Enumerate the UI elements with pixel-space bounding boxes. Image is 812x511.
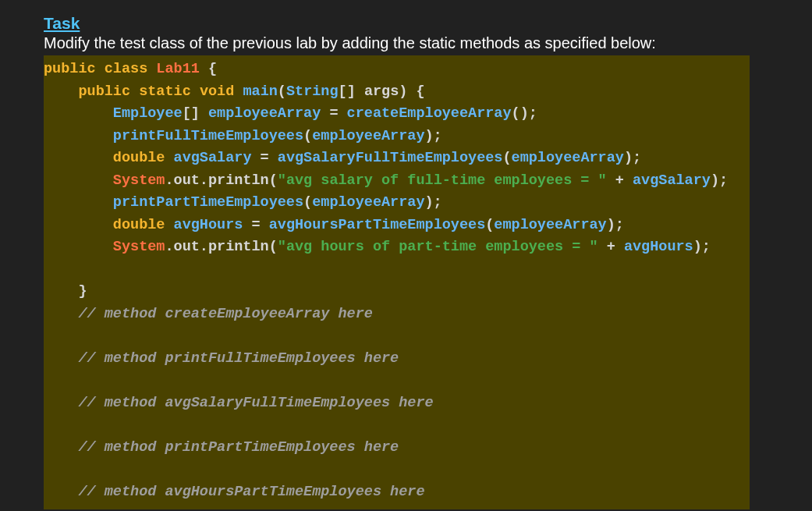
type-employee: Employee [113, 105, 183, 122]
var-employeeArray: employeeArray [208, 105, 321, 122]
comment-printFullTimeEmployees: // method printFullTimeEmployees here [78, 350, 399, 367]
keyword-public: public [44, 61, 96, 77]
var-employeeArray: employeeArray [312, 128, 424, 144]
keyword-static: static [139, 83, 191, 100]
paren-close: ); [624, 150, 641, 166]
string-literal: "avg salary of full-time employees = " [278, 172, 607, 189]
equals: = [243, 217, 268, 233]
keyword-double: double [113, 217, 165, 233]
args: [] args) { [339, 83, 425, 100]
brackets: [] [183, 105, 208, 122]
paren: ( [485, 217, 494, 233]
paren: ( [269, 172, 278, 189]
brace: { [200, 61, 217, 77]
keyword-double: double [113, 150, 165, 166]
document-container: Task Modify the test class of the previo… [0, 0, 812, 509]
paren: ( [303, 128, 312, 144]
comment-avgSalaryFullTimeEmployees: // method avgSalaryFullTimeEmployees her… [78, 395, 433, 411]
string-literal: "avg hours of part-time employees = " [278, 239, 598, 255]
paren-close: ); [607, 217, 624, 233]
brace-close: } [78, 283, 87, 300]
paren-close: ); [425, 128, 442, 144]
code-block: public class Lab11 { public static void … [44, 55, 750, 509]
paren: ( [303, 194, 312, 211]
out-println: .out.println [165, 172, 268, 189]
plus: + [607, 172, 633, 189]
paren: ( [269, 239, 278, 255]
comment-printPartTimeEmployees: // method printPartTimeEmployees here [78, 439, 399, 456]
comment-avgHoursPartTimeEmployees: // method avgHoursPartTimeEmployees here [78, 484, 424, 500]
out-println: .out.println [165, 239, 268, 255]
method-avgSalaryFullTime: avgSalaryFullTimeEmployees [278, 150, 503, 166]
var-avgHours: avgHours [624, 239, 693, 255]
keyword-void: void [200, 83, 234, 100]
equals: = [251, 150, 277, 166]
comment-createEmployeeArray: // method createEmployeeArray here [78, 306, 372, 322]
paren-close: ); [693, 239, 711, 255]
method-avgHoursPartTime: avgHoursPartTimeEmployees [269, 217, 486, 233]
method-createEmployeeArray: createEmployeeArray [347, 105, 512, 122]
var-avgSalary: avgSalary [174, 150, 252, 166]
keyword-public: public [78, 83, 130, 100]
var-employeeArray: employeeArray [494, 217, 606, 233]
class-name: Lab11 [156, 61, 200, 77]
method-main: main [243, 83, 277, 100]
plus: + [598, 239, 624, 255]
paren-close: ); [711, 172, 728, 189]
task-heading: Task [44, 14, 812, 33]
var-avgHours: avgHours [174, 217, 243, 233]
var-employeeArray: employeeArray [512, 150, 624, 166]
paren-close: ); [425, 194, 442, 211]
type-string: String [286, 83, 339, 100]
class-system: System [113, 239, 165, 255]
paren: ( [502, 150, 511, 166]
task-description: Modify the test class of the previous la… [44, 34, 812, 52]
method-printFullTimeEmployees: printFullTimeEmployees [113, 128, 303, 144]
method-printPartTimeEmployees: printPartTimeEmployees [113, 194, 303, 211]
call: (); [512, 105, 537, 122]
var-employeeArray: employeeArray [312, 194, 424, 211]
paren: ( [278, 83, 286, 100]
keyword-class: class [105, 61, 148, 77]
class-system: System [113, 172, 165, 189]
var-avgSalary: avgSalary [633, 172, 711, 189]
equals: = [321, 105, 346, 122]
